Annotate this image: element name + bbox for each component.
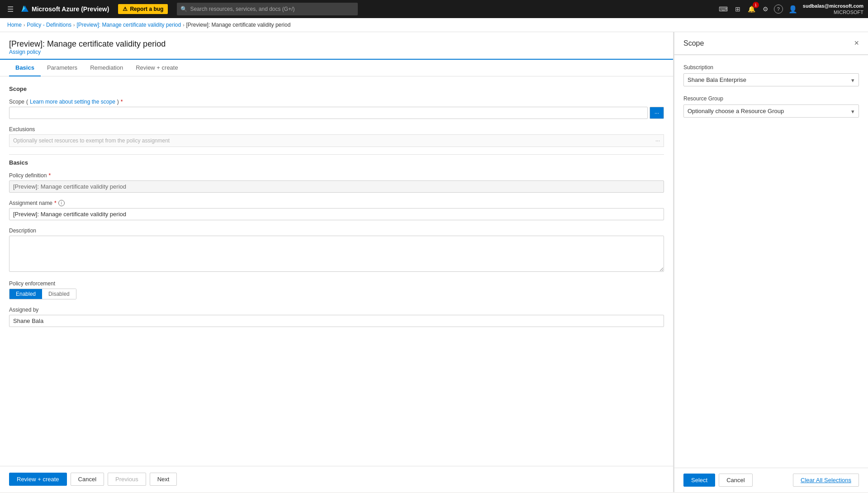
hamburger-icon[interactable]: ☰ [5, 2, 16, 16]
scope-required: * [121, 99, 123, 105]
cancel-button[interactable]: Cancel [71, 473, 104, 486]
separator-1 [9, 154, 664, 155]
portal-menu-icon[interactable]: ⊞ [733, 4, 742, 14]
scope-panel-footer: Select Cancel Clear All Selections [674, 468, 868, 492]
assigned-by-input[interactable] [9, 315, 664, 327]
scope-section-title: Scope [9, 85, 664, 92]
assignment-name-label: Assignment name * i [9, 200, 664, 206]
policy-def-label: Policy definition * [9, 172, 664, 179]
enforcement-toggle: Enabled Disabled [9, 289, 76, 299]
policy-enforcement-label: Policy enforcement [9, 280, 664, 287]
previous-button[interactable]: Previous [108, 473, 146, 486]
enforcement-disabled-button[interactable]: Disabled [42, 289, 76, 299]
notifications[interactable]: 🔔 1 [746, 4, 757, 14]
notification-badge: 1 [753, 2, 759, 8]
enforcement-enabled-button[interactable]: Enabled [9, 289, 42, 299]
select-button[interactable]: Select [683, 474, 715, 487]
search-bar[interactable]: 🔍 [177, 3, 358, 15]
assignment-name-info-icon[interactable]: i [58, 200, 65, 206]
scope-label: Scope (Learn more about setting the scop… [9, 99, 664, 105]
terminal-icon[interactable]: ⌨ [717, 4, 730, 14]
brand: Microsoft Azure (Preview) [21, 5, 109, 13]
breadcrumb-policy-definitions[interactable]: Policy - Definitions [27, 22, 71, 28]
bottom-bar: Review + create Cancel Previous Next [0, 466, 673, 492]
scope-group: Scope (Learn more about setting the scop… [9, 99, 664, 119]
form-content: Scope Scope (Learn more about setting th… [0, 76, 673, 466]
policy-enforcement-group: Policy enforcement Enabled Disabled [9, 280, 664, 299]
review-create-button[interactable]: Review + create [9, 473, 67, 486]
tab-parameters[interactable]: Parameters [41, 60, 84, 76]
main-layout: [Preview]: Manage certificate validity p… [0, 32, 868, 492]
basics-section-title: Basics [9, 159, 664, 166]
assigned-by-label: Assigned by [9, 307, 664, 313]
assignment-name-required: * [54, 200, 57, 206]
scope-learn-more-link[interactable]: Learn more about setting the scope [30, 99, 115, 105]
resource-group-section: Resource Group Optionally choose a Resou… [683, 95, 859, 118]
tabs: Basics Parameters Remediation Review + c… [0, 60, 673, 76]
user-info: sudbalas@microsoft.com MICROSOFT [803, 3, 863, 16]
exclusions-group: Exclusions Optionally select resources t… [9, 126, 664, 147]
warning-icon: ⚠ [123, 6, 128, 12]
scope-panel: Scope × Subscription Shane Bala Enterpri… [674, 32, 868, 492]
subscription-select[interactable]: Shane Bala Enterprise [683, 73, 859, 86]
breadcrumb-home[interactable]: Home [7, 22, 22, 28]
subscription-label: Subscription [683, 64, 859, 71]
scope-panel-close-button[interactable]: × [854, 38, 859, 48]
breadcrumb-sep-3: › [183, 23, 184, 28]
policy-def-required: * [48, 172, 51, 179]
description-group: Description [9, 228, 664, 273]
left-panel: [Preview]: Manage certificate validity p… [0, 32, 674, 492]
search-input[interactable] [190, 6, 354, 12]
subscription-select-wrapper: Shane Bala Enterprise [683, 73, 859, 86]
scope-input[interactable] [9, 107, 648, 119]
assigned-by-group: Assigned by [9, 307, 664, 327]
search-icon: 🔍 [180, 6, 187, 12]
breadcrumb-preview-manage[interactable]: [Preview]: Manage certificate validity p… [76, 22, 181, 28]
user-icon[interactable]: 👤 [787, 3, 799, 15]
next-button[interactable]: Next [150, 473, 177, 486]
subscription-section: Subscription Shane Bala Enterprise [683, 64, 859, 86]
scope-panel-content: Subscription Shane Bala Enterprise Resou… [674, 55, 868, 468]
topbar: ☰ Microsoft Azure (Preview) ⚠ Report a b… [0, 0, 868, 18]
clear-all-button[interactable]: Clear All Selections [793, 474, 859, 487]
scope-cancel-button[interactable]: Cancel [719, 474, 752, 487]
breadcrumb-current: [Preview]: Manage certificate validity p… [186, 22, 291, 28]
exclusions-field[interactable]: Optionally select resources to exempt fr… [9, 134, 664, 147]
tab-review-create[interactable]: Review + create [129, 60, 185, 76]
policy-def-input [9, 180, 664, 193]
tab-basics[interactable]: Basics [9, 60, 41, 76]
description-label: Description [9, 228, 664, 234]
panel-header: [Preview]: Manage certificate validity p… [0, 32, 673, 60]
assign-policy-link[interactable]: Assign policy [9, 49, 664, 55]
help-icon[interactable]: ? [774, 5, 783, 14]
assignment-name-group: Assignment name * i [9, 200, 664, 220]
topbar-right: ⌨ ⊞ 🔔 1 ⚙ ? 👤 sudbalas@microsoft.com MIC… [717, 3, 863, 16]
policy-def-group: Policy definition * [9, 172, 664, 193]
tab-remediation[interactable]: Remediation [84, 60, 129, 76]
description-textarea[interactable] [9, 236, 664, 272]
resource-group-label: Resource Group [683, 95, 859, 102]
exclusions-ellipsis-icon: ··· [655, 137, 660, 144]
breadcrumb-sep-2: › [73, 23, 75, 28]
scope-footer-actions: Select Cancel [683, 474, 753, 487]
scope-row: ··· [9, 107, 664, 119]
settings-icon[interactable]: ⚙ [761, 4, 770, 14]
resource-group-select-wrapper: Optionally choose a Resource Group [683, 104, 859, 118]
azure-logo-icon [21, 5, 29, 13]
report-bug-button[interactable]: ⚠ Report a bug [118, 4, 168, 14]
assignment-name-input[interactable] [9, 208, 664, 220]
scope-panel-title: Scope [683, 39, 704, 47]
resource-group-select[interactable]: Optionally choose a Resource Group [683, 104, 859, 118]
page-title: [Preview]: Manage certificate validity p… [9, 39, 664, 49]
breadcrumb-sep-1: › [24, 23, 25, 28]
exclusions-label: Exclusions [9, 126, 664, 133]
breadcrumb: Home › Policy - Definitions › [Preview]:… [0, 18, 868, 32]
scope-ellipsis-button[interactable]: ··· [650, 107, 664, 119]
scope-panel-header: Scope × [674, 32, 868, 55]
exclusions-placeholder: Optionally select resources to exempt fr… [13, 137, 170, 144]
